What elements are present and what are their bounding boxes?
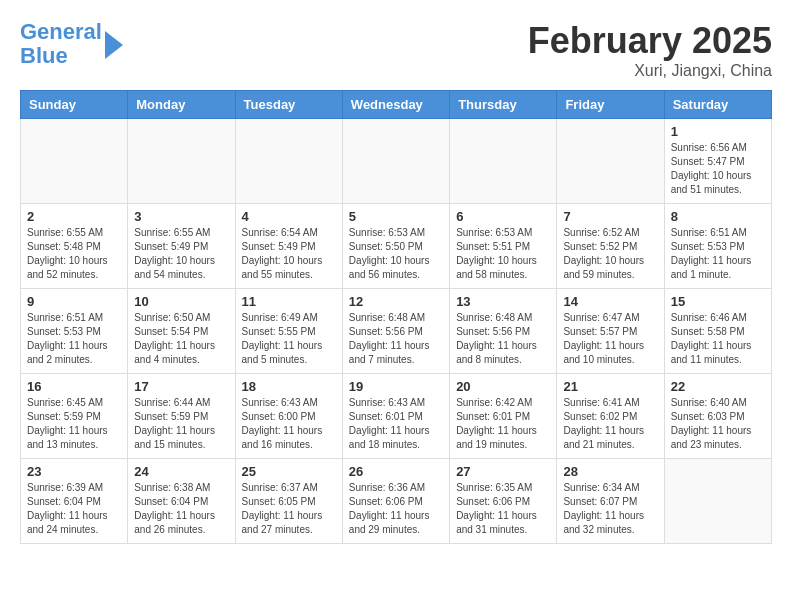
day-number: 22 — [671, 379, 765, 394]
day-info: Sunrise: 6:43 AM Sunset: 6:00 PM Dayligh… — [242, 396, 336, 452]
day-number: 13 — [456, 294, 550, 309]
day-number: 14 — [563, 294, 657, 309]
day-number: 5 — [349, 209, 443, 224]
day-info: Sunrise: 6:54 AM Sunset: 5:49 PM Dayligh… — [242, 226, 336, 282]
day-info: Sunrise: 6:45 AM Sunset: 5:59 PM Dayligh… — [27, 396, 121, 452]
day-info: Sunrise: 6:48 AM Sunset: 5:56 PM Dayligh… — [456, 311, 550, 367]
weekday-header-saturday: Saturday — [664, 91, 771, 119]
calendar-cell: 15Sunrise: 6:46 AM Sunset: 5:58 PM Dayli… — [664, 289, 771, 374]
day-info: Sunrise: 6:55 AM Sunset: 5:49 PM Dayligh… — [134, 226, 228, 282]
day-number: 16 — [27, 379, 121, 394]
day-number: 15 — [671, 294, 765, 309]
day-info: Sunrise: 6:51 AM Sunset: 5:53 PM Dayligh… — [27, 311, 121, 367]
week-row-3: 9Sunrise: 6:51 AM Sunset: 5:53 PM Daylig… — [21, 289, 772, 374]
day-info: Sunrise: 6:41 AM Sunset: 6:02 PM Dayligh… — [563, 396, 657, 452]
calendar-cell: 22Sunrise: 6:40 AM Sunset: 6:03 PM Dayli… — [664, 374, 771, 459]
weekday-header-sunday: Sunday — [21, 91, 128, 119]
day-number: 18 — [242, 379, 336, 394]
calendar-cell — [21, 119, 128, 204]
weekday-header-tuesday: Tuesday — [235, 91, 342, 119]
calendar-cell: 23Sunrise: 6:39 AM Sunset: 6:04 PM Dayli… — [21, 459, 128, 544]
calendar-cell: 2Sunrise: 6:55 AM Sunset: 5:48 PM Daylig… — [21, 204, 128, 289]
day-number: 3 — [134, 209, 228, 224]
calendar-cell: 27Sunrise: 6:35 AM Sunset: 6:06 PM Dayli… — [450, 459, 557, 544]
calendar-cell — [450, 119, 557, 204]
day-info: Sunrise: 6:56 AM Sunset: 5:47 PM Dayligh… — [671, 141, 765, 197]
day-number: 8 — [671, 209, 765, 224]
day-info: Sunrise: 6:49 AM Sunset: 5:55 PM Dayligh… — [242, 311, 336, 367]
day-number: 28 — [563, 464, 657, 479]
day-number: 27 — [456, 464, 550, 479]
calendar-cell: 7Sunrise: 6:52 AM Sunset: 5:52 PM Daylig… — [557, 204, 664, 289]
day-number: 11 — [242, 294, 336, 309]
day-info: Sunrise: 6:47 AM Sunset: 5:57 PM Dayligh… — [563, 311, 657, 367]
day-number: 26 — [349, 464, 443, 479]
weekday-header-wednesday: Wednesday — [342, 91, 449, 119]
logo-blue: Blue — [20, 43, 68, 68]
calendar-cell: 6Sunrise: 6:53 AM Sunset: 5:51 PM Daylig… — [450, 204, 557, 289]
calendar-cell: 9Sunrise: 6:51 AM Sunset: 5:53 PM Daylig… — [21, 289, 128, 374]
calendar-cell — [342, 119, 449, 204]
day-info: Sunrise: 6:48 AM Sunset: 5:56 PM Dayligh… — [349, 311, 443, 367]
day-info: Sunrise: 6:43 AM Sunset: 6:01 PM Dayligh… — [349, 396, 443, 452]
calendar-cell: 14Sunrise: 6:47 AM Sunset: 5:57 PM Dayli… — [557, 289, 664, 374]
page-header: General Blue February 2025 Xuri, Jiangxi… — [20, 20, 772, 80]
logo-arrow-icon — [105, 31, 123, 59]
calendar-cell: 4Sunrise: 6:54 AM Sunset: 5:49 PM Daylig… — [235, 204, 342, 289]
calendar-cell: 19Sunrise: 6:43 AM Sunset: 6:01 PM Dayli… — [342, 374, 449, 459]
day-info: Sunrise: 6:42 AM Sunset: 6:01 PM Dayligh… — [456, 396, 550, 452]
day-number: 10 — [134, 294, 228, 309]
calendar-cell: 28Sunrise: 6:34 AM Sunset: 6:07 PM Dayli… — [557, 459, 664, 544]
day-number: 20 — [456, 379, 550, 394]
calendar-cell: 18Sunrise: 6:43 AM Sunset: 6:00 PM Dayli… — [235, 374, 342, 459]
day-info: Sunrise: 6:38 AM Sunset: 6:04 PM Dayligh… — [134, 481, 228, 537]
week-row-1: 1Sunrise: 6:56 AM Sunset: 5:47 PM Daylig… — [21, 119, 772, 204]
day-info: Sunrise: 6:51 AM Sunset: 5:53 PM Dayligh… — [671, 226, 765, 282]
calendar-cell — [235, 119, 342, 204]
calendar-cell: 13Sunrise: 6:48 AM Sunset: 5:56 PM Dayli… — [450, 289, 557, 374]
calendar-table: SundayMondayTuesdayWednesdayThursdayFrid… — [20, 90, 772, 544]
day-number: 21 — [563, 379, 657, 394]
logo-general: General — [20, 19, 102, 44]
weekday-header-monday: Monday — [128, 91, 235, 119]
day-info: Sunrise: 6:34 AM Sunset: 6:07 PM Dayligh… — [563, 481, 657, 537]
day-number: 4 — [242, 209, 336, 224]
day-info: Sunrise: 6:36 AM Sunset: 6:06 PM Dayligh… — [349, 481, 443, 537]
day-info: Sunrise: 6:53 AM Sunset: 5:51 PM Dayligh… — [456, 226, 550, 282]
week-row-4: 16Sunrise: 6:45 AM Sunset: 5:59 PM Dayli… — [21, 374, 772, 459]
calendar-cell — [664, 459, 771, 544]
calendar-cell: 12Sunrise: 6:48 AM Sunset: 5:56 PM Dayli… — [342, 289, 449, 374]
calendar-cell — [128, 119, 235, 204]
calendar-cell: 17Sunrise: 6:44 AM Sunset: 5:59 PM Dayli… — [128, 374, 235, 459]
day-info: Sunrise: 6:44 AM Sunset: 5:59 PM Dayligh… — [134, 396, 228, 452]
day-number: 23 — [27, 464, 121, 479]
day-info: Sunrise: 6:39 AM Sunset: 6:04 PM Dayligh… — [27, 481, 121, 537]
calendar-cell: 16Sunrise: 6:45 AM Sunset: 5:59 PM Dayli… — [21, 374, 128, 459]
day-number: 9 — [27, 294, 121, 309]
calendar-cell: 8Sunrise: 6:51 AM Sunset: 5:53 PM Daylig… — [664, 204, 771, 289]
calendar-cell: 1Sunrise: 6:56 AM Sunset: 5:47 PM Daylig… — [664, 119, 771, 204]
calendar-cell: 20Sunrise: 6:42 AM Sunset: 6:01 PM Dayli… — [450, 374, 557, 459]
location: Xuri, Jiangxi, China — [528, 62, 772, 80]
weekday-header-friday: Friday — [557, 91, 664, 119]
day-info: Sunrise: 6:50 AM Sunset: 5:54 PM Dayligh… — [134, 311, 228, 367]
day-info: Sunrise: 6:46 AM Sunset: 5:58 PM Dayligh… — [671, 311, 765, 367]
day-info: Sunrise: 6:37 AM Sunset: 6:05 PM Dayligh… — [242, 481, 336, 537]
weekday-header-thursday: Thursday — [450, 91, 557, 119]
calendar-cell: 11Sunrise: 6:49 AM Sunset: 5:55 PM Dayli… — [235, 289, 342, 374]
day-number: 25 — [242, 464, 336, 479]
calendar-cell: 3Sunrise: 6:55 AM Sunset: 5:49 PM Daylig… — [128, 204, 235, 289]
calendar-cell: 26Sunrise: 6:36 AM Sunset: 6:06 PM Dayli… — [342, 459, 449, 544]
calendar-cell: 21Sunrise: 6:41 AM Sunset: 6:02 PM Dayli… — [557, 374, 664, 459]
day-info: Sunrise: 6:53 AM Sunset: 5:50 PM Dayligh… — [349, 226, 443, 282]
logo-text: General Blue — [20, 20, 102, 68]
title-block: February 2025 Xuri, Jiangxi, China — [528, 20, 772, 80]
day-info: Sunrise: 6:35 AM Sunset: 6:06 PM Dayligh… — [456, 481, 550, 537]
day-number: 17 — [134, 379, 228, 394]
day-number: 19 — [349, 379, 443, 394]
logo: General Blue — [20, 20, 123, 68]
calendar-cell: 10Sunrise: 6:50 AM Sunset: 5:54 PM Dayli… — [128, 289, 235, 374]
day-info: Sunrise: 6:40 AM Sunset: 6:03 PM Dayligh… — [671, 396, 765, 452]
week-row-5: 23Sunrise: 6:39 AM Sunset: 6:04 PM Dayli… — [21, 459, 772, 544]
day-number: 12 — [349, 294, 443, 309]
